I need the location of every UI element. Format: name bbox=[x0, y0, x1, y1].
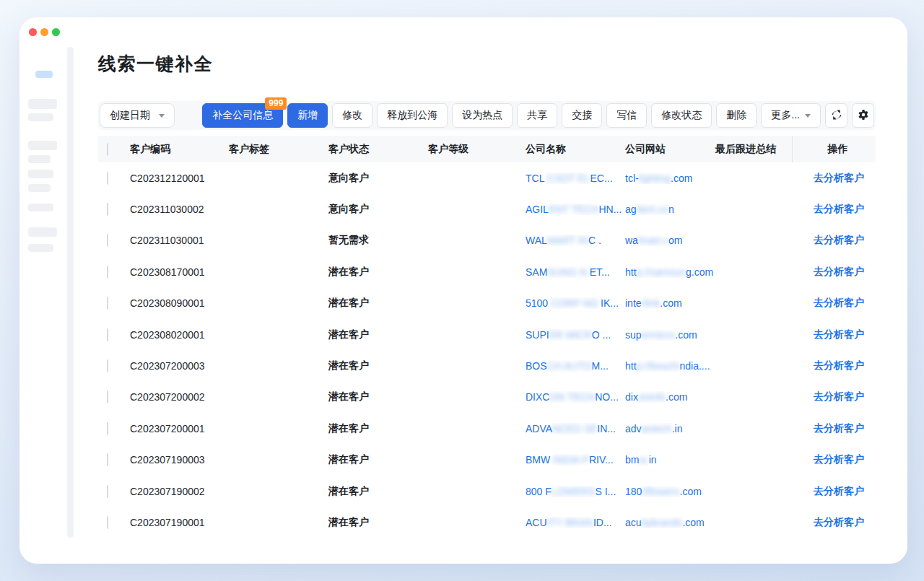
company-website-link[interactable]: http://samsung.com bbox=[625, 266, 715, 278]
table-body: C202312120001 意向客户 TCL CSOT ELEC... tcl-… bbox=[98, 162, 876, 538]
table-row: C202311030002 意向客户 AGILENT TECHHN... agi… bbox=[98, 193, 876, 224]
cell-customer-status: 潜在客户 bbox=[328, 297, 428, 310]
more-button[interactable]: 更多... bbox=[761, 103, 821, 128]
date-filter-dropdown[interactable]: 创建日期 bbox=[100, 103, 175, 128]
table-row: C202307190003 潜在客户 BMW INDIA PRIV... bmw… bbox=[98, 445, 876, 476]
analyze-customer-link[interactable]: 去分析客户 bbox=[814, 485, 864, 498]
company-website-link[interactable]: supermicro.com bbox=[625, 329, 715, 341]
analyze-customer-link[interactable]: 去分析客户 bbox=[814, 453, 864, 466]
sidebar-skeleton-item bbox=[28, 170, 53, 178]
company-name-link[interactable]: SAMSUNG N.ET... bbox=[526, 266, 625, 278]
delete-button[interactable]: 删除 bbox=[716, 103, 757, 128]
analyze-customer-link[interactable]: 去分析客户 bbox=[814, 328, 864, 341]
refresh-button[interactable] bbox=[825, 103, 847, 128]
row-checkbox[interactable] bbox=[107, 297, 108, 310]
analyze-customer-link[interactable]: 去分析客户 bbox=[814, 516, 864, 529]
company-name-link[interactable]: 800 FLOWERSS I... bbox=[526, 486, 625, 497]
main-content: 线索一键补全 创建日期 补全公司信息 999 新增 修改释放到公海设为热点共享交… bbox=[98, 52, 876, 538]
company-website-link[interactable]: advantech.in bbox=[625, 423, 715, 434]
row-checkbox[interactable] bbox=[107, 328, 108, 341]
cell-customer-code: C202307190003 bbox=[130, 454, 229, 466]
company-website-link[interactable]: walmart.com bbox=[625, 235, 715, 246]
row-checkbox[interactable] bbox=[107, 485, 108, 498]
row-checkbox[interactable] bbox=[107, 172, 108, 185]
cell-customer-code: C202311030002 bbox=[130, 204, 229, 215]
company-website-link[interactable]: tcl-lighting.com bbox=[625, 172, 715, 184]
cell-customer-code: C202307200002 bbox=[130, 391, 229, 403]
chevron-down-icon bbox=[805, 114, 811, 118]
table-row: C202307200003 潜在客户 BOSCH AUTOM... http:/… bbox=[98, 350, 876, 381]
sidebar-item-active[interactable] bbox=[35, 71, 53, 78]
company-name-link[interactable]: BMW INDIA PRIV... bbox=[526, 454, 625, 466]
cell-customer-code: C202311030001 bbox=[130, 235, 229, 246]
company-name-link[interactable]: ADVANCED SEIN... bbox=[526, 423, 625, 434]
analyze-customer-link[interactable]: 去分析客户 bbox=[814, 203, 864, 216]
count-badge: 999 bbox=[265, 97, 287, 110]
table-row: C202307190002 潜在客户 800 FLOWERSS I... 180… bbox=[98, 476, 876, 507]
row-checkbox[interactable] bbox=[107, 516, 108, 529]
analyze-customer-link[interactable]: 去分析客户 bbox=[814, 172, 864, 185]
analyze-customer-link[interactable]: 去分析客户 bbox=[814, 422, 864, 435]
set-as-hot-button[interactable]: 设为热点 bbox=[452, 103, 513, 128]
company-website-link[interactable]: interlink.com bbox=[625, 297, 715, 309]
window-zoom-button[interactable] bbox=[52, 28, 60, 36]
company-website-link[interactable]: acuitybrands.com bbox=[625, 517, 715, 528]
row-checkbox[interactable] bbox=[107, 453, 108, 466]
analyze-customer-link[interactable]: 去分析客户 bbox=[814, 234, 864, 247]
column-header-company-website: 公司网站 bbox=[625, 143, 715, 156]
cell-customer-status: 潜在客户 bbox=[328, 390, 428, 403]
handover-button[interactable]: 交接 bbox=[562, 103, 602, 128]
select-all-checkbox[interactable] bbox=[107, 143, 108, 156]
settings-button[interactable] bbox=[852, 103, 874, 128]
complete-company-info-button[interactable]: 补全公司信息 999 bbox=[202, 103, 283, 128]
window-close-button[interactable] bbox=[29, 28, 37, 36]
company-name-link[interactable]: TCL CSOT ELEC... bbox=[526, 172, 625, 184]
table-row: C202307200001 潜在客户 ADVANCED SEIN... adva… bbox=[98, 413, 876, 444]
analyze-customer-link[interactable]: 去分析客户 bbox=[814, 390, 864, 403]
cell-customer-status: 暂无需求 bbox=[328, 234, 428, 247]
gear-icon bbox=[858, 109, 869, 123]
share-button[interactable]: 共享 bbox=[517, 103, 557, 128]
company-website-link[interactable]: agilent.con bbox=[625, 204, 715, 215]
row-checkbox[interactable] bbox=[107, 422, 108, 435]
company-name-link[interactable]: BOSCH AUTOM... bbox=[526, 360, 625, 372]
row-checkbox[interactable] bbox=[107, 203, 108, 216]
change-status-button[interactable]: 修改状态 bbox=[651, 103, 712, 128]
company-website-link[interactable]: 1800flowers.com bbox=[625, 486, 715, 497]
company-name-link[interactable]: ACUITY BRANID... bbox=[526, 517, 625, 528]
modify-button[interactable]: 修改 bbox=[332, 103, 372, 128]
cell-customer-code: C202308170001 bbox=[130, 266, 229, 278]
column-header-customer-tag: 客户标签 bbox=[229, 143, 328, 156]
company-website-link[interactable]: dixoninfo.com bbox=[625, 391, 715, 403]
sidebar-skeleton-item bbox=[28, 227, 57, 237]
analyze-customer-link[interactable]: 去分析客户 bbox=[814, 359, 864, 372]
row-checkbox[interactable] bbox=[107, 359, 108, 372]
company-name-link[interactable]: SUPIER MICRO ... bbox=[526, 329, 625, 341]
write-email-button[interactable]: 写信 bbox=[606, 103, 647, 128]
chevron-down-icon bbox=[159, 114, 165, 118]
company-name-link[interactable]: AGILENT TECHHN... bbox=[526, 204, 625, 215]
row-checkbox[interactable] bbox=[107, 234, 108, 247]
cell-customer-code: C202308090001 bbox=[130, 297, 229, 309]
table-row: C202308090001 潜在客户 5100 CORP NO IK... in… bbox=[98, 288, 876, 319]
company-name-link[interactable]: DIXCON TECHNO... bbox=[526, 391, 625, 403]
sidebar-skeleton-item bbox=[28, 99, 57, 109]
company-website-link[interactable]: http://boschindia.... bbox=[625, 360, 715, 372]
analyze-customer-link[interactable]: 去分析客户 bbox=[814, 266, 864, 279]
company-website-link[interactable]: bmw.in bbox=[625, 454, 715, 466]
window-minimize-button[interactable] bbox=[40, 28, 48, 36]
row-checkbox[interactable] bbox=[107, 390, 108, 403]
row-checkbox[interactable] bbox=[107, 266, 108, 279]
release-to-public-pool-button[interactable]: 释放到公海 bbox=[377, 103, 448, 128]
toolbar: 创建日期 补全公司信息 999 新增 修改释放到公海设为热点共享交接写信修改状态… bbox=[98, 101, 876, 130]
sidebar-skeleton-item bbox=[28, 113, 53, 121]
cell-customer-status: 潜在客户 bbox=[328, 422, 428, 435]
add-button[interactable]: 新增 bbox=[287, 103, 328, 128]
table-row: C202311030001 暂无需求 WALMART INC . walmart… bbox=[98, 225, 876, 256]
window-controls bbox=[29, 28, 60, 36]
analyze-customer-link[interactable]: 去分析客户 bbox=[814, 297, 864, 310]
company-name-link[interactable]: 5100 CORP NO IK... bbox=[526, 297, 625, 309]
cell-customer-status: 潜在客户 bbox=[328, 328, 428, 341]
cell-customer-code: C202307190002 bbox=[130, 486, 229, 497]
company-name-link[interactable]: WALMART INC . bbox=[526, 235, 625, 246]
